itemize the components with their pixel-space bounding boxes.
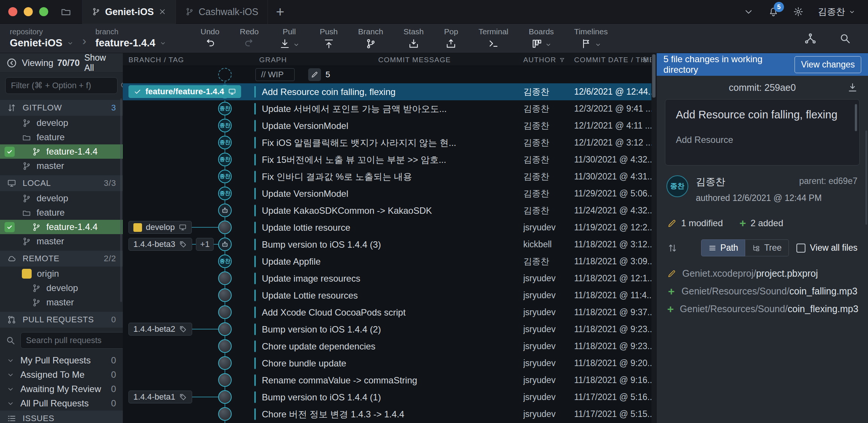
wip-node-icon[interactable]: [218, 68, 232, 81]
show-all-link[interactable]: Show All: [84, 53, 117, 73]
chevron-down-icon[interactable]: [743, 6, 754, 17]
commit-avatar[interactable]: [218, 390, 232, 404]
commit-row[interactable]: Update KakaoSDKCommon -> KakaoSDK김종찬11/2…: [123, 202, 656, 219]
commit-row[interactable]: Update image resourecsjsryudev11/18/2021…: [123, 270, 656, 287]
detail-scrollbar[interactable]: [865, 130, 867, 225]
back-icon[interactable]: [6, 57, 17, 69]
commit-row[interactable]: 1.4.4-beta1Bump version to iOS 1.4.4 (1)…: [123, 389, 656, 406]
sidebar-item-develop[interactable]: develop: [0, 191, 123, 205]
sidebar-item-origin[interactable]: origin: [0, 267, 123, 281]
section-pull-requests[interactable]: PULL REQUESTS0: [0, 312, 123, 328]
column-settings-gear-icon[interactable]: [641, 56, 649, 63]
message-scrollbar-thumb[interactable]: [855, 104, 857, 131]
graph-scrollbar[interactable]: [651, 53, 656, 423]
commit-row[interactable]: 종찬Update VersionModel김종찬11/29/2021 @ 5:0…: [123, 185, 656, 202]
pr-group-awaiting-my-review[interactable]: Awaiting My Review0: [0, 382, 123, 396]
commit-row[interactable]: Chore 버전 정보 변경 1.4.3 -> 1.4.4jsryudev11/…: [123, 406, 656, 423]
pr-group-my-pull-requests[interactable]: My Pull Requests0: [0, 353, 123, 368]
notifications-button[interactable]: 5: [768, 6, 779, 17]
pencil-icon[interactable]: [308, 68, 321, 81]
tag-label-1-4-4-beta3[interactable]: 1.4.4-beta3: [128, 238, 192, 251]
commit-avatar[interactable]: 종찬: [218, 170, 232, 183]
pr-search-box[interactable]: [20, 332, 123, 349]
sidebar-item-master[interactable]: master: [0, 159, 123, 173]
commit-avatar[interactable]: [218, 271, 232, 285]
checkbox[interactable]: [796, 244, 805, 253]
commit-row[interactable]: Chore update dependenciesjsryudev11/18/2…: [123, 338, 656, 355]
commit-row[interactable]: developUpdate lottie resourcejsryudev11/…: [123, 219, 656, 236]
column-author[interactable]: AUTHOR: [523, 56, 565, 64]
commit-row[interactable]: Update Lottie resourcesjsryudev11/18/202…: [123, 287, 656, 304]
path-view-button[interactable]: Path: [701, 239, 745, 256]
tree-view-button[interactable]: Tree: [745, 239, 789, 256]
dropdown-caret-icon[interactable]: [545, 41, 552, 48]
commit-avatar[interactable]: 종찬: [218, 102, 232, 115]
commit-avatar[interactable]: [218, 339, 232, 353]
graph-scrollbar-thumb[interactable]: [652, 54, 656, 98]
pr-search-input[interactable]: [26, 336, 123, 345]
commit-row[interactable]: 1.4.4-beta3+1Bump version to iOS 1.4.4 (…: [123, 236, 656, 253]
branch-picker[interactable]: branch feature-1.4.4: [95, 28, 166, 49]
ref-more-chip[interactable]: +1: [196, 238, 214, 251]
tab-geniet-ios[interactable]: Geniet-iOS: [82, 0, 176, 24]
commit-avatar[interactable]: [218, 407, 232, 421]
toolbar-undo-button[interactable]: Undo: [190, 27, 229, 49]
sidebar-item-feature[interactable]: feature: [0, 205, 123, 220]
file-row[interactable]: Geniet.xcodeproj/project.pbxproj: [657, 265, 868, 282]
toolbar-branch-button[interactable]: Branch: [348, 27, 394, 49]
close-window-button[interactable]: [8, 7, 17, 16]
commit-row[interactable]: Rename commaValue -> commaStringjsryudev…: [123, 372, 656, 389]
commit-row[interactable]: 종찬Update VersionModel김종찬12/1/2021 @ 4:11…: [123, 117, 656, 134]
commit-message-box[interactable]: Add Resource coin falling, flexing Add R…: [665, 99, 860, 166]
workspace-hub-icon[interactable]: [804, 32, 817, 45]
sidebar-item-feature-1-4-4[interactable]: feature-1.4.4: [0, 144, 123, 159]
sidebar-item-feature[interactable]: feature: [0, 130, 123, 144]
toolbar-push-button[interactable]: Push: [310, 27, 348, 49]
wip-row[interactable]: // WIP5: [123, 66, 656, 83]
filter-box[interactable]: [5, 77, 118, 94]
sidebar-scrollbar[interactable]: [120, 98, 122, 302]
commit-avatar[interactable]: 종찬: [218, 136, 232, 149]
commit-avatar[interactable]: [218, 221, 232, 234]
author-filter-icon[interactable]: [559, 57, 565, 63]
commit-avatar-robot[interactable]: [218, 204, 232, 217]
commit-row[interactable]: 종찬Update 서버에서 포인트 가능 금액 받아오도...김종찬12/3/2…: [123, 100, 656, 117]
section-issues[interactable]: ISSUES: [0, 411, 123, 423]
toolbar-redo-button[interactable]: Redo: [229, 27, 269, 49]
tab-cashwalk-ios[interactable]: Cashwalk-iOS: [176, 0, 267, 24]
view-all-files-toggle[interactable]: View all files: [796, 243, 857, 253]
tag-label-1-4-4-beta1[interactable]: 1.4.4-beta1: [128, 391, 192, 403]
minimize-window-button[interactable]: [24, 7, 33, 16]
commit-row[interactable]: 종찬Fix 15버전에서 노출 뷰 꼬이는 부분 >> 암호...김종찬11/3…: [123, 151, 656, 168]
wip-message[interactable]: // WIP: [255, 68, 295, 81]
commit-row[interactable]: Chore bundle updatejsryudev11/18/2021 @ …: [123, 355, 656, 372]
commit-row[interactable]: Add Xcode Cloud CocoaPods scriptjsryudev…: [123, 304, 656, 321]
commit-avatar[interactable]: 종찬: [218, 153, 232, 166]
dropdown-caret-icon[interactable]: [595, 41, 601, 48]
section-remote[interactable]: REMOTE2/2: [0, 251, 123, 267]
commit-avatar-robot[interactable]: [218, 238, 232, 251]
commit-avatar[interactable]: [218, 373, 232, 387]
commit-row[interactable]: 종찬Fix 인바디 결과값 %로 노출되는 내용김종찬11/30/2021 @ …: [123, 168, 656, 185]
column-branch-tag[interactable]: BRANCH / TAG: [128, 56, 184, 64]
pr-group-all-pull-requests[interactable]: All Pull Requests0: [0, 396, 123, 411]
section-gitflow[interactable]: GITFLOW3: [0, 100, 123, 116]
toolbar-pull-button[interactable]: Pull: [269, 27, 310, 49]
sidebar-item-develop[interactable]: develop: [0, 281, 123, 295]
commit-avatar[interactable]: 종찬: [218, 119, 232, 132]
new-tab-button[interactable]: +: [276, 5, 284, 19]
repository-picker[interactable]: repository Geniet-iOS: [10, 28, 73, 49]
toolbar-terminal-button[interactable]: Terminal: [468, 27, 518, 49]
close-tab-icon[interactable]: [158, 8, 167, 16]
section-local[interactable]: LOCAL3/3: [0, 175, 123, 191]
branch-label-develop[interactable]: develop: [128, 221, 192, 234]
repo-folder-icon[interactable]: [60, 6, 72, 17]
toolbar-boards-button[interactable]: Boards: [519, 27, 564, 49]
commit-avatar[interactable]: 종찬: [218, 254, 232, 268]
zoom-window-button[interactable]: [39, 7, 48, 16]
sidebar-item-feature-1-4-4[interactable]: feature-1.4.4: [0, 220, 123, 234]
file-row[interactable]: +Geniet/Resources/Sound/coin_falling.mp3: [657, 282, 868, 300]
user-menu[interactable]: 김종찬: [818, 6, 855, 18]
commit-row[interactable]: 종찬Fix iOS 알림클릭해도 뱃지가 사라지지 않는 현...김종찬12/1…: [123, 134, 656, 151]
search-icon[interactable]: [839, 32, 851, 45]
